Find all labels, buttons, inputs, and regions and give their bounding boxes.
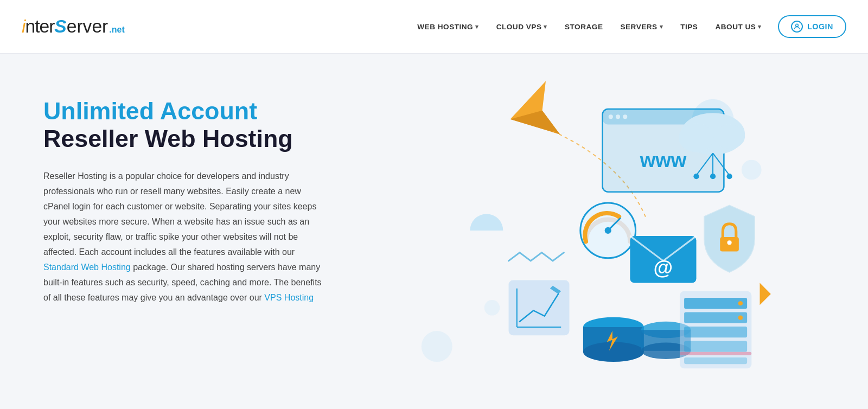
chevron-down-icon: ▾ — [758, 23, 762, 30]
svg-text:@: @ — [654, 257, 673, 279]
svg-marker-50 — [760, 283, 771, 305]
chevron-down-icon: ▾ — [475, 23, 479, 30]
nav-cloud-vps[interactable]: CLOUD VPS ▾ — [489, 18, 555, 35]
nav-servers[interactable]: SERVERS ▾ — [612, 18, 671, 35]
svg-point-25 — [605, 227, 611, 234]
svg-rect-45 — [684, 341, 747, 352]
svg-point-11 — [616, 114, 620, 119]
svg-rect-42 — [684, 298, 747, 309]
standard-hosting-link[interactable]: Standard Web Hosting — [43, 263, 131, 272]
svg-point-47 — [738, 316, 743, 320]
svg-rect-44 — [684, 327, 747, 337]
hero-title-line2: Reseller Web Hosting — [43, 124, 326, 154]
svg-point-16 — [714, 125, 745, 149]
svg-point-46 — [738, 301, 743, 305]
svg-point-12 — [623, 114, 627, 119]
svg-text:www: www — [640, 149, 687, 171]
logo[interactable]: interServer.net — [22, 16, 125, 37]
hero-illustration: www — [347, 76, 825, 393]
nav-tips[interactable]: TIPS — [673, 18, 705, 35]
chevron-down-icon: ▾ — [544, 23, 547, 30]
nav-web-hosting[interactable]: WEB HOSTING ▾ — [410, 18, 486, 35]
svg-point-21 — [710, 174, 716, 179]
svg-point-10 — [609, 114, 613, 119]
site-header: interServer.net WEB HOSTING ▾ CLOUD VPS … — [0, 0, 868, 54]
svg-rect-43 — [684, 312, 747, 323]
svg-rect-48 — [680, 352, 751, 355]
svg-point-27 — [727, 240, 731, 245]
chevron-down-icon: ▾ — [660, 23, 663, 30]
login-button[interactable]: LOGIN — [778, 15, 846, 38]
svg-point-2 — [742, 160, 762, 180]
hero-body-text: Reseller Hosting is a popular choice for… — [43, 169, 326, 305]
hero-text-block: Unlimited Account Reseller Web Hosting R… — [43, 87, 326, 305]
svg-point-22 — [726, 174, 732, 179]
vps-hosting-link[interactable]: VPS Hosting — [264, 293, 314, 302]
svg-point-4 — [484, 300, 500, 315]
svg-point-3 — [422, 331, 452, 362]
svg-point-0 — [796, 24, 799, 27]
svg-point-36 — [583, 342, 644, 362]
svg-marker-5 — [503, 81, 560, 145]
hero-title-line1: Unlimited Account — [43, 98, 326, 124]
svg-point-20 — [693, 174, 699, 179]
nav-storage[interactable]: STORAGE — [557, 18, 610, 35]
svg-rect-49 — [684, 357, 747, 364]
user-icon — [791, 21, 803, 33]
nav-about-us[interactable]: ABOUT US ▾ — [707, 18, 769, 35]
svg-point-15 — [679, 124, 714, 152]
main-nav: WEB HOSTING ▾ CLOUD VPS ▾ STORAGE SERVER… — [410, 15, 846, 38]
hero-title: Unlimited Account Reseller Web Hosting — [43, 98, 326, 154]
hero-section: Unlimited Account Reseller Web Hosting R… — [0, 54, 868, 409]
